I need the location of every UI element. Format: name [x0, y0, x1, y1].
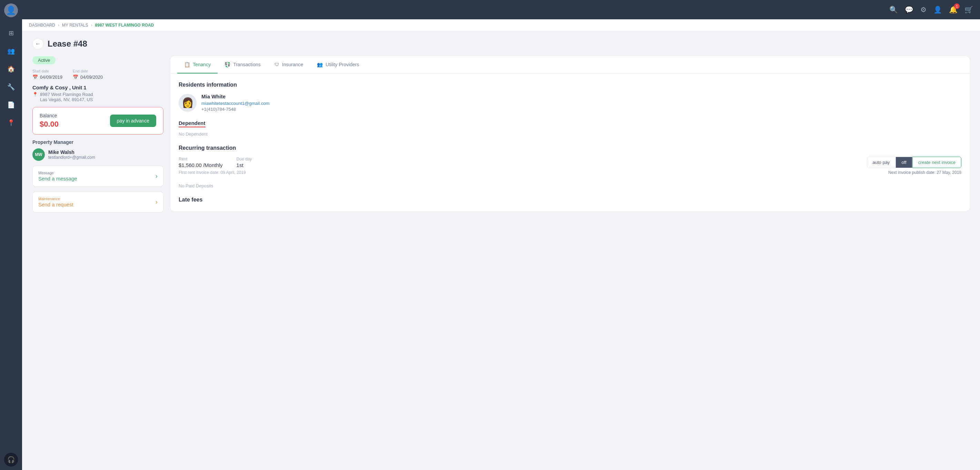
- utility-tab-label: Utility Providers: [326, 62, 359, 67]
- page-header: ← Lease #48: [32, 38, 970, 49]
- tenancy-tab-icon: 📋: [184, 62, 190, 67]
- resident-name: Mia White: [201, 94, 269, 99]
- balance-card: Balance $0.00 pay in advance: [32, 107, 164, 135]
- calendar-icon-2: 📅: [73, 75, 78, 80]
- first-rent-label: First rent invoice date: 09 April, 2019: [179, 170, 252, 175]
- sidebar-item-tools[interactable]: 🔧: [4, 80, 18, 94]
- message-card[interactable]: Message Send a message ›: [32, 166, 164, 187]
- resident-email[interactable]: miawhitetestaccount1@gmail.com: [201, 101, 269, 106]
- breadcrumb-dashboard[interactable]: DASHBOARD: [29, 23, 55, 28]
- rent-label: Rent: [179, 157, 223, 161]
- message-action: Send a message: [38, 176, 77, 182]
- transactions-tab-label: Transactions: [233, 62, 261, 67]
- pay-in-advance-button[interactable]: pay in advance: [110, 115, 156, 127]
- property-address: 📍 8987 West Flamingo Road Las Vegas, NV,…: [32, 92, 164, 102]
- maintenance-action: Send a request: [38, 202, 73, 207]
- start-date-block: Start date 📅 04/09/2019: [32, 69, 62, 80]
- start-date-value: 📅 04/09/2019: [32, 75, 62, 80]
- calendar-icon: 📅: [32, 75, 38, 80]
- tabs: 📋 Tenancy 💱 Transactions 🛡 Insurance 👥 U…: [170, 56, 970, 73]
- autopay-controls: auto pay off create next invoice: [867, 157, 962, 168]
- manager-avatar: MW: [32, 148, 45, 161]
- maintenance-label: Maintenance: [38, 197, 73, 201]
- start-date-label: Start date: [32, 69, 62, 73]
- insurance-tab-icon: 🛡: [274, 62, 279, 67]
- resident-avatar: 👩: [179, 94, 197, 112]
- settings-icon[interactable]: ⚙: [920, 6, 927, 14]
- sidebar-item-home[interactable]: 🏠: [4, 62, 18, 76]
- dates-row: Start date 📅 04/09/2019 End date 📅 04/09…: [32, 69, 164, 80]
- sidebar-item-document[interactable]: 📄: [4, 98, 18, 112]
- end-date-label: End date: [73, 69, 103, 73]
- left-panel: Active Start date 📅 04/09/2019 End date …: [32, 56, 164, 213]
- sidebar: ⊞ 👥 🏠 🔧 📄 📍 🎧: [0, 0, 22, 470]
- next-invoice-text: Next invoice publish date: 27 May, 2019: [888, 170, 961, 175]
- end-date-block: End date 📅 04/09/2020: [73, 69, 103, 80]
- sidebar-item-location[interactable]: 📍: [4, 116, 18, 130]
- no-dependent: No Dependent: [179, 131, 961, 137]
- utility-tab-icon: 👥: [317, 62, 323, 67]
- search-icon[interactable]: 🔍: [889, 6, 898, 14]
- sidebar-item-grid[interactable]: ⊞: [4, 26, 18, 40]
- location-icon: 📍: [32, 92, 38, 97]
- insurance-tab-label: Insurance: [282, 62, 303, 67]
- autopay-button[interactable]: auto pay: [867, 157, 896, 168]
- rent-amount: $1,560.00 /Monthly: [179, 162, 223, 168]
- resident-card: 👩 Mia White miawhitetestaccount1@gmail.c…: [179, 94, 961, 112]
- sidebar-support-icon[interactable]: 🎧: [4, 453, 18, 467]
- property-info: Comfy & Cosy , Unit 1 📍 8987 West Flamin…: [32, 84, 164, 102]
- breadcrumb-sep-1: ›: [58, 23, 59, 28]
- top-navbar: 🔍 💬 ⚙ 👤 🔔 1 🛒: [22, 0, 980, 19]
- transactions-tab-icon: 💱: [224, 62, 230, 67]
- tab-insurance[interactable]: 🛡 Insurance: [267, 56, 310, 73]
- notification-badge: 1: [954, 3, 960, 9]
- dependent-section: Dependent No Dependent: [179, 120, 961, 137]
- manager-name: Mike Walsh: [48, 150, 95, 155]
- main-area: 🔍 💬 ⚙ 👤 🔔 1 🛒 DASHBOARD › MY RENTALS › 8…: [22, 0, 980, 470]
- recurring-heading: Recurring transaction: [179, 145, 961, 151]
- right-panel: 📋 Tenancy 💱 Transactions 🛡 Insurance 👥 U…: [170, 56, 970, 211]
- content-layout: Active Start date 📅 04/09/2019 End date …: [32, 56, 970, 213]
- recurring-section: Recurring transaction Rent $1,560.00 /Mo…: [179, 145, 961, 188]
- message-icon[interactable]: 💬: [905, 6, 913, 14]
- sidebar-item-people[interactable]: 👥: [4, 44, 18, 58]
- tenancy-content: Residents information 👩 Mia White miawhi…: [170, 73, 970, 211]
- residents-heading: Residents information: [179, 82, 961, 88]
- address-line1: 8987 West Flamingo Road: [40, 92, 93, 97]
- manager-info: MW Mike Walsh testlandlord+@gmail.com: [32, 148, 164, 161]
- no-deposits: No Paid Deposits: [179, 183, 961, 188]
- maintenance-card[interactable]: Maintenance Send a request ›: [32, 191, 164, 213]
- page-title: Lease #48: [48, 39, 87, 49]
- tab-tenancy[interactable]: 📋 Tenancy: [177, 56, 218, 73]
- balance-amount: $0.00: [40, 120, 59, 129]
- off-button[interactable]: off: [896, 157, 912, 168]
- message-chevron-icon: ›: [156, 172, 158, 180]
- user-icon[interactable]: 👤: [934, 6, 942, 14]
- page-content: ← Lease #48 Active Start date 📅 04/09/20…: [22, 32, 980, 470]
- manager-section: Property Manager MW Mike Walsh testlandl…: [32, 139, 164, 161]
- tenancy-tab-label: Tenancy: [193, 62, 211, 67]
- cart-icon[interactable]: 🛒: [964, 6, 973, 14]
- due-day-label: Due day: [237, 157, 252, 161]
- breadcrumb-current: 8987 WEST FLAMINGO ROAD: [95, 23, 154, 28]
- notification-icon[interactable]: 🔔 1: [949, 6, 958, 14]
- topnav-right: 🔍 💬 ⚙ 👤 🔔 1 🛒: [889, 6, 973, 14]
- back-button[interactable]: ←: [32, 38, 43, 49]
- recurring-row: Rent $1,560.00 /Monthly Due day 1st: [179, 157, 252, 168]
- tab-transactions[interactable]: 💱 Transactions: [218, 56, 267, 73]
- avatar[interactable]: [4, 3, 18, 17]
- resident-phone: +1(410)784-7548: [201, 107, 269, 112]
- property-name: Comfy & Cosy , Unit 1: [32, 84, 164, 91]
- end-date-value: 📅 04/09/2020: [73, 75, 103, 80]
- balance-label: Balance: [40, 113, 59, 118]
- breadcrumb-my-rentals[interactable]: MY RENTALS: [62, 23, 88, 28]
- status-badge: Active: [32, 56, 56, 64]
- tab-utility[interactable]: 👥 Utility Providers: [310, 56, 366, 73]
- create-invoice-button[interactable]: create next invoice: [912, 157, 961, 168]
- breadcrumb: DASHBOARD › MY RENTALS › 8987 WEST FLAMI…: [22, 19, 980, 32]
- dependent-heading: Dependent: [179, 120, 205, 127]
- message-label: Message: [38, 171, 77, 175]
- due-day-value: 1st: [237, 162, 252, 168]
- manager-email: testlandlord+@gmail.com: [48, 155, 95, 160]
- address-line2: Las Vegas, NV, 89147, US: [40, 97, 93, 102]
